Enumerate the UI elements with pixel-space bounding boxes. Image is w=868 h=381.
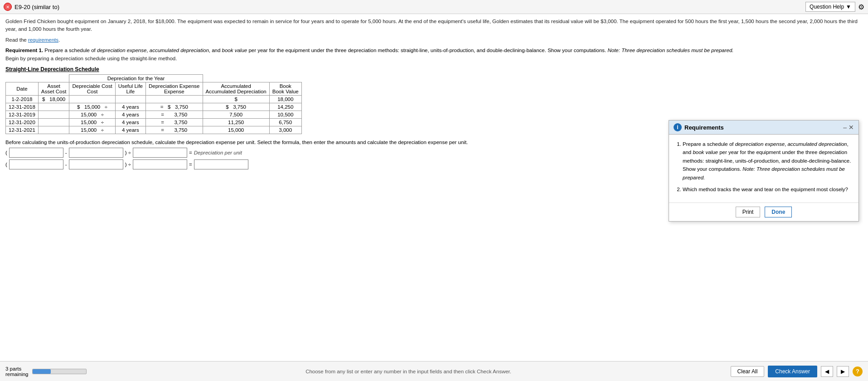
check-answer-button[interactable]: Check Answer bbox=[768, 366, 817, 377]
depreciable-cost-header: Depreciable Cost Depreciable Cost Cost bbox=[69, 82, 115, 96]
chevron-down-icon: ▼ bbox=[846, 4, 851, 10]
header-left: ✕ E9-20 (similar to) bbox=[4, 3, 59, 11]
dep-expense-header: Depreciation Expense Expense bbox=[146, 82, 203, 96]
formula-input-4[interactable] bbox=[9, 159, 63, 169]
acc-dep-header: Accumulated Accumulated Depreciation bbox=[203, 82, 269, 96]
parts-remaining: 3 parts remaining bbox=[5, 366, 29, 377]
close-button[interactable]: ✕ bbox=[4, 3, 12, 11]
formula-input-2[interactable] bbox=[69, 148, 123, 158]
table-row: 12-31-2019 15,000 ÷ 4 years = 3,750 7,50… bbox=[6, 111, 302, 119]
app-footer: 3 parts remaining Choose from any list o… bbox=[0, 361, 868, 381]
dialog-close-button[interactable]: ✕ bbox=[849, 124, 854, 131]
formula-input-5[interactable] bbox=[69, 159, 123, 169]
table-row: 12-31-2021 15,000 ÷ 4 years = 3,750 15,0… bbox=[6, 126, 302, 134]
footer-right: Clear All Check Answer ◀ ▶ ? bbox=[731, 366, 863, 377]
dialog-body: Prepare a schedule of depreciation expen… bbox=[669, 135, 858, 203]
page-title: E9-20 (similar to) bbox=[15, 4, 59, 10]
dialog-minimize-button[interactable]: – bbox=[843, 124, 847, 131]
print-button[interactable]: Print bbox=[736, 207, 761, 217]
requirements-dialog: i Requirements – ✕ Prepare a schedule of… bbox=[669, 120, 859, 222]
asset-cost-header: Asset Asset Cost bbox=[38, 82, 69, 96]
dialog-title: Requirements bbox=[684, 124, 724, 131]
question-help-button[interactable]: Question Help ▼ bbox=[805, 2, 855, 12]
formula-input-1[interactable] bbox=[9, 148, 63, 158]
done-button[interactable]: Done bbox=[765, 207, 792, 217]
next-button[interactable]: ▶ bbox=[837, 366, 849, 377]
schedule-title: Straight-Line Depreciation Schedule bbox=[5, 66, 863, 72]
formula-input-6[interactable] bbox=[133, 159, 187, 169]
requirement-item-1: Prepare a schedule of depreciation expen… bbox=[683, 140, 852, 182]
settings-button[interactable]: ⚙ bbox=[858, 3, 864, 11]
problem-text: Golden Fried Chicken bought equipment on… bbox=[5, 18, 863, 34]
table-row: 12-31-2020 15,000 ÷ 4 years = 3,750 11,2… bbox=[6, 119, 302, 126]
useful-life-header: Useful Life Life bbox=[115, 82, 145, 96]
table-row: 12-31-2018 $ 15,000 ÷ 4 years = $ 3,750 … bbox=[6, 103, 302, 111]
progress-bar bbox=[32, 369, 87, 374]
depreciation-table: Depreciation for the Year Date Asset Ass… bbox=[5, 74, 302, 134]
help-button[interactable]: ? bbox=[853, 367, 863, 376]
header-right: Question Help ▼ ⚙ bbox=[805, 2, 864, 12]
read-requirements: Read the requirements. bbox=[5, 36, 863, 44]
dep-for-year-header: Depreciation for the Year bbox=[69, 75, 203, 82]
requirement-item-2: Which method tracks the wear and tear on… bbox=[683, 185, 852, 193]
footer-left: 3 parts remaining bbox=[5, 366, 87, 377]
requirements-link[interactable]: requirements bbox=[28, 37, 58, 43]
date-header: Date bbox=[6, 82, 39, 96]
formula-input-7[interactable] bbox=[194, 159, 248, 169]
requirement1-title: Requirement 1. Prepare a schedule of dep… bbox=[5, 48, 863, 53]
dialog-footer: Print Done bbox=[669, 203, 858, 221]
clear-all-button[interactable]: Clear All bbox=[731, 366, 765, 377]
dialog-header: i Requirements – ✕ bbox=[669, 121, 858, 135]
begin-text: Begin by preparing a depreciation schedu… bbox=[5, 55, 863, 63]
prev-button[interactable]: ◀ bbox=[821, 366, 833, 377]
formula-input-3[interactable] bbox=[133, 148, 187, 158]
progress-bar-fill bbox=[33, 369, 51, 374]
footer-instruction: Choose from any list or enter any number… bbox=[87, 369, 731, 374]
app-header: ✕ E9-20 (similar to) Question Help ▼ ⚙ bbox=[0, 0, 868, 14]
dep-per-unit-label: Depreciation per unit bbox=[194, 150, 242, 155]
info-icon: i bbox=[674, 123, 682, 131]
table-row: 1-2-2018 $ 18,000 $ 18,000 bbox=[6, 96, 302, 103]
book-value-header: Book Book Value bbox=[269, 82, 301, 96]
